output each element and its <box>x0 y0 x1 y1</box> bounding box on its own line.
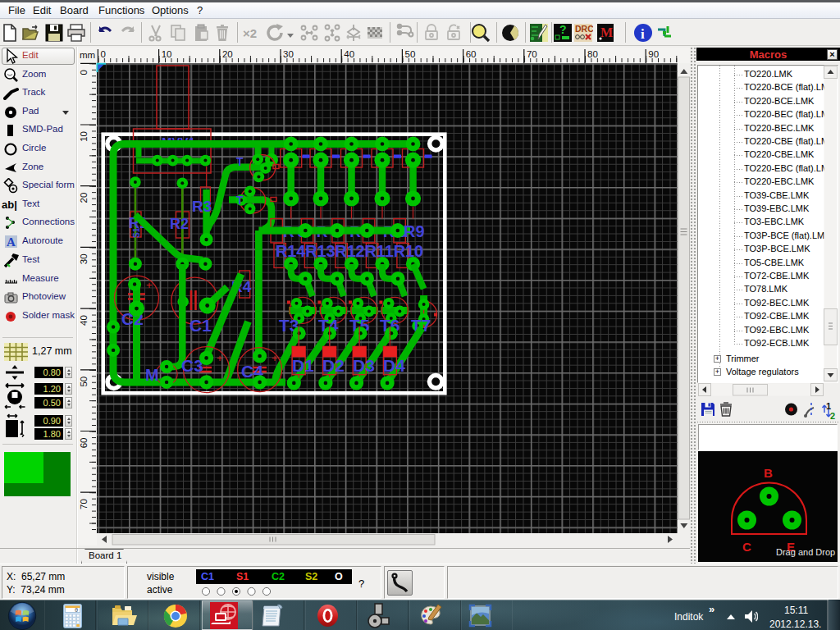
svg-text:D3: D3 <box>353 356 375 375</box>
svg-text:60: 60 <box>79 438 89 449</box>
svg-text:A: A <box>7 235 16 249</box>
svg-text:40: 40 <box>79 315 89 326</box>
svg-text:C: C <box>742 540 751 554</box>
svg-text:0: 0 <box>79 70 89 75</box>
svg-text:2: 2 <box>830 411 835 421</box>
svg-text:R9: R9 <box>404 222 425 240</box>
svg-text:D2: D2 <box>322 356 345 375</box>
svg-text:M: M <box>145 366 159 384</box>
svg-text:D4: D4 <box>383 356 405 375</box>
svg-text:+: + <box>272 352 278 364</box>
svg-text:60: 60 <box>466 49 477 59</box>
svg-text:30: 30 <box>79 253 89 264</box>
svg-text:T: T <box>236 194 244 207</box>
svg-text:80: 80 <box>587 49 598 59</box>
svg-text:+: + <box>217 352 223 364</box>
svg-text:R2: R2 <box>170 216 189 232</box>
svg-text:0: 0 <box>101 49 106 59</box>
svg-text:40: 40 <box>344 49 354 59</box>
svg-text:20: 20 <box>222 49 233 59</box>
svg-text:R3: R3 <box>192 198 212 215</box>
svg-text:S1: S1 <box>132 227 141 238</box>
svg-text:70: 70 <box>79 499 89 509</box>
svg-text:20: 20 <box>79 193 89 203</box>
svg-text:50: 50 <box>79 377 89 387</box>
svg-text:70: 70 <box>527 49 537 59</box>
svg-text:30: 30 <box>283 49 294 59</box>
svg-text:T: T <box>236 155 244 168</box>
svg-text:D1: D1 <box>292 356 314 375</box>
svg-text:50: 50 <box>405 49 416 59</box>
svg-text:mm: mm <box>80 50 95 60</box>
svg-text:i: i <box>641 26 645 42</box>
svg-text:?: ? <box>559 23 567 36</box>
svg-text:10: 10 <box>79 131 89 142</box>
svg-text:M: M <box>600 25 613 39</box>
svg-text:90: 90 <box>648 49 659 59</box>
svg-text:B: B <box>764 466 773 480</box>
svg-text:Drag and Drop: Drag and Drop <box>776 547 835 557</box>
svg-text:+: + <box>146 279 153 291</box>
svg-text:C1: C1 <box>189 316 212 335</box>
svg-text:DRC: DRC <box>575 24 593 34</box>
svg-text:10: 10 <box>162 49 172 59</box>
